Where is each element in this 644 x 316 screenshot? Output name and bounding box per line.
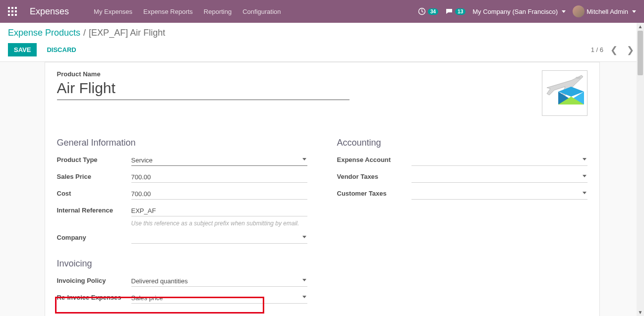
- svg-rect-1: [11, 7, 13, 9]
- label-product-type: Product Type: [57, 155, 131, 163]
- product-image[interactable]: [542, 70, 587, 116]
- form-sheet: Product Name General Information: [45, 62, 600, 316]
- discard-button[interactable]: DISCARD: [41, 43, 82, 56]
- user-name: Mitchell Admin: [586, 8, 628, 15]
- customer-taxes-select[interactable]: [411, 189, 587, 200]
- svg-rect-4: [11, 10, 13, 12]
- expense-account-select[interactable]: [411, 155, 587, 166]
- app-brand[interactable]: Expenses: [30, 6, 69, 17]
- scrollbar[interactable]: ▲ ▼: [637, 23, 644, 316]
- discuss-badge: 13: [455, 8, 466, 15]
- scroll-thumb[interactable]: [638, 31, 643, 75]
- action-row: SAVE DISCARD 1 / 6 ❮ ❯: [8, 43, 636, 56]
- svg-rect-5: [15, 10, 17, 12]
- section-general: General Information: [57, 138, 307, 148]
- label-cost: Cost: [57, 189, 131, 197]
- nav-expense-reports[interactable]: Expense Reports: [138, 5, 198, 18]
- col-accounting: Accounting Expense Account Vendor Taxes: [337, 138, 587, 310]
- clock-icon: [418, 7, 426, 15]
- internal-reference-help: Use this reference as a subject prefix w…: [131, 219, 300, 228]
- svg-point-10: [576, 77, 581, 79]
- label-reinvoice: Re-Invoice Expenses: [57, 293, 131, 301]
- company-name: My Company (San Francisco): [472, 8, 558, 15]
- chat-icon: [445, 7, 453, 15]
- nav-reporting[interactable]: Reporting: [199, 5, 236, 18]
- breadcrumb-current: [EXP_AF] Air Flight: [89, 28, 165, 38]
- internal-reference-input[interactable]: [131, 206, 307, 216]
- activity-badge: 34: [428, 8, 438, 15]
- vendor-taxes-select[interactable]: [411, 172, 587, 183]
- breadcrumb: Expense Products / [EXP_AF] Air Flight: [8, 28, 636, 38]
- nav-my-expenses[interactable]: My Expenses: [89, 5, 137, 18]
- invoicing-policy-select[interactable]: [131, 276, 307, 287]
- company-select[interactable]: [131, 233, 307, 244]
- control-panel: Expense Products / [EXP_AF] Air Flight S…: [0, 23, 644, 62]
- svg-rect-8: [15, 14, 17, 16]
- pager-prev[interactable]: ❮: [608, 45, 620, 55]
- pager: 1 / 6 ❮ ❯: [591, 45, 636, 55]
- svg-rect-3: [8, 10, 10, 12]
- col-general: General Information Product Type Sales P…: [57, 138, 307, 310]
- product-name-label: Product Name: [57, 70, 542, 78]
- svg-rect-6: [8, 14, 10, 16]
- reinvoice-select[interactable]: [131, 293, 307, 304]
- pager-next[interactable]: ❯: [625, 45, 636, 55]
- apps-icon[interactable]: [8, 7, 17, 16]
- chevron-down-icon: [562, 10, 566, 13]
- product-name-input[interactable]: [57, 79, 350, 100]
- svg-rect-0: [8, 7, 10, 9]
- breadcrumb-parent[interactable]: Expense Products: [8, 28, 80, 38]
- scroll-up-arrow[interactable]: ▲: [637, 23, 644, 30]
- section-invoicing: Invoicing: [57, 259, 307, 269]
- pager-text: 1 / 6: [591, 46, 603, 53]
- topbar-right: 34 13 My Company (San Francisco) Mitchel…: [418, 5, 636, 17]
- product-type-select[interactable]: [131, 155, 307, 166]
- label-company: Company: [57, 233, 131, 241]
- chevron-down-icon: [632, 10, 636, 13]
- svg-rect-2: [15, 7, 17, 9]
- label-customer-taxes: Customer Taxes: [337, 189, 411, 197]
- scroll-down-arrow[interactable]: ▼: [637, 309, 644, 316]
- activity-indicator[interactable]: 34: [418, 7, 438, 15]
- label-invoicing-policy: Invoicing Policy: [57, 276, 131, 284]
- cost-input[interactable]: [131, 189, 307, 200]
- breadcrumb-separator: /: [83, 28, 86, 38]
- sales-price-input[interactable]: [131, 172, 307, 183]
- user-menu[interactable]: Mitchell Admin: [573, 5, 636, 17]
- nav-configuration[interactable]: Configuration: [237, 5, 286, 18]
- section-accounting: Accounting: [337, 138, 587, 148]
- save-button[interactable]: SAVE: [8, 43, 37, 56]
- nav-links: My Expenses Expense Reports Reporting Co…: [89, 5, 286, 18]
- label-internal-reference: Internal Reference: [57, 206, 131, 214]
- avatar: [573, 5, 585, 17]
- envelope-icon: [557, 86, 585, 107]
- label-sales-price: Sales Price: [57, 172, 131, 180]
- topbar: Expenses My Expenses Expense Reports Rep…: [0, 0, 644, 23]
- label-expense-account: Expense Account: [337, 155, 411, 163]
- company-switcher[interactable]: My Company (San Francisco): [472, 8, 566, 15]
- label-vendor-taxes: Vendor Taxes: [337, 172, 411, 180]
- discuss-indicator[interactable]: 13: [445, 7, 466, 15]
- svg-rect-7: [11, 14, 13, 16]
